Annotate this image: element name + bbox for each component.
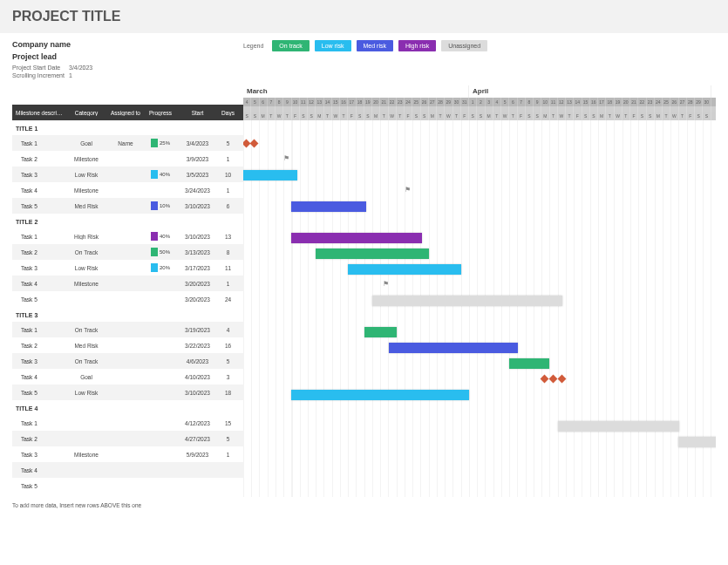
table-row[interactable]: Task 1On Track3/19/20234 (12, 322, 243, 337)
col-start: Start (178, 110, 217, 116)
day-of-week: T (397, 112, 405, 120)
gantt-bar[interactable] (243, 170, 297, 180)
gantt-bar[interactable] (364, 327, 397, 337)
cell-desc: Task 5 (12, 483, 65, 489)
day-of-week: T (550, 112, 558, 120)
day-of-week: M (429, 112, 437, 120)
day-of-week: T (453, 112, 461, 120)
day-of-week: W (332, 112, 340, 120)
cell-desc: Task 2 (12, 156, 65, 162)
day-number: 8 (526, 98, 534, 106)
table-row[interactable]: Task 1High Risk40%3/10/202313 (12, 228, 243, 244)
day-number: 1 (469, 98, 477, 106)
legend-lowrisk[interactable]: Low risk (315, 40, 351, 51)
day-of-week: T (679, 112, 687, 120)
legend-highrisk[interactable]: High risk (398, 40, 436, 51)
day-number: 11 (550, 98, 558, 106)
cell-desc: Task 1 (12, 420, 65, 426)
gantt-bar[interactable] (291, 233, 422, 243)
day-number: 25 (412, 98, 420, 106)
table-row[interactable]: Task 24/27/20235 (12, 431, 243, 446)
table-row[interactable]: Task 3Milestone5/9/20231 (12, 446, 243, 462)
day-of-week: S (412, 112, 420, 120)
table-row[interactable]: Task 53/20/202324 (12, 291, 243, 307)
day-of-week: S (582, 112, 590, 120)
day-number: 5 (251, 98, 259, 106)
gantt-bar[interactable] (678, 437, 716, 447)
goal-diamond-icon (549, 375, 558, 384)
legend-label: Legend (243, 40, 263, 52)
day-number: 14 (574, 98, 582, 106)
table-row[interactable]: Task 4Goal4/10/20233 (12, 369, 243, 385)
day-of-week: T (663, 112, 670, 120)
gantt-bar[interactable] (509, 358, 549, 369)
day-of-week: F (687, 112, 695, 120)
table-row[interactable]: Task 3On Track4/6/20235 (12, 353, 243, 369)
table-row[interactable]: Task 3Low Risk20%3/17/202311 (12, 260, 243, 276)
cell-assigned: Name (108, 140, 143, 146)
table-row[interactable]: Task 4Milestone3/24/20231 (12, 182, 243, 198)
table-row[interactable]: Task 5 (12, 478, 243, 494)
gantt-bar[interactable] (389, 343, 518, 353)
gantt-bar[interactable] (316, 248, 429, 259)
cell-desc: Task 4 (12, 374, 65, 380)
day-of-week: M (372, 112, 380, 120)
day-of-week: S (251, 112, 259, 120)
gantt-bar[interactable] (372, 296, 562, 306)
cell-days: 3 (217, 374, 239, 380)
legend-unassigned[interactable]: Unassigned (441, 40, 487, 51)
cell-days: 13 (217, 234, 239, 240)
gantt-chart[interactable]: MarchApril456789101112131415161718192021… (243, 85, 716, 509)
day-of-week: T (283, 112, 291, 120)
day-number: 19 (364, 98, 372, 106)
day-number: 18 (357, 98, 364, 106)
cell-desc: Task 3 (12, 358, 65, 364)
gantt-bar[interactable] (291, 390, 469, 400)
table-row[interactable]: Task 5Low Risk3/10/202318 (12, 385, 243, 400)
day-of-week: M (260, 112, 268, 120)
day-of-week: S (308, 112, 316, 120)
col-prog: Progress (143, 110, 178, 116)
table-row[interactable]: Task 4 (12, 462, 243, 478)
gantt-row (243, 371, 716, 387)
gantt-row (243, 324, 716, 340)
day-of-week: T (606, 112, 614, 120)
table-row[interactable]: Task 14/12/202315 (12, 415, 243, 431)
gantt-bar[interactable] (558, 421, 679, 432)
table-row[interactable]: Task 1GoalName25%3/4/20235 (12, 135, 243, 151)
day-number: 23 (647, 98, 655, 106)
cell-days: 16 (217, 343, 239, 349)
cell-category: Low Risk (65, 172, 108, 178)
day-of-week: W (276, 112, 283, 120)
gantt-row (243, 403, 716, 419)
table-row[interactable]: Task 5Med Risk10%3/10/20236 (12, 198, 243, 214)
cell-progress: 10% (143, 201, 178, 210)
day-number: 6 (509, 98, 517, 106)
cell-days: 4 (217, 327, 239, 333)
gantt-bar[interactable] (348, 264, 461, 275)
meta-start-label: Project Start Date (12, 65, 69, 71)
table-row[interactable]: Task 2Med Risk3/22/202316 (12, 337, 243, 353)
table-row[interactable]: Task 2Milestone3/9/20231 (12, 151, 243, 167)
day-number: 24 (405, 98, 412, 106)
meta-block: Company name Project lead Project Start … (12, 40, 243, 80)
goal-diamond-icon (558, 375, 567, 384)
cell-start: 3/9/2023 (178, 156, 217, 162)
cell-desc: Task 5 (12, 296, 65, 303)
day-of-week: S (590, 112, 598, 120)
day-of-week: F (405, 112, 412, 120)
day-of-week: S (477, 112, 485, 120)
legend-ontrack[interactable]: On track (272, 40, 309, 51)
cell-days: 15 (217, 420, 239, 426)
cell-progress: 40% (143, 232, 178, 241)
day-of-week: T (380, 112, 388, 120)
table-row[interactable]: Task 4Milestone3/20/20231 (12, 276, 243, 291)
legend-medrisk[interactable]: Med risk (357, 40, 393, 51)
project-lead: Project lead (12, 52, 243, 61)
day-number: 22 (389, 98, 397, 106)
table-row[interactable]: Task 3Low Risk40%3/5/202310 (12, 167, 243, 182)
company-name: Company name (12, 40, 243, 49)
day-of-week: T (623, 112, 630, 120)
gantt-bar[interactable] (291, 201, 366, 212)
table-row[interactable]: Task 2On Track50%3/13/20238 (12, 244, 243, 260)
